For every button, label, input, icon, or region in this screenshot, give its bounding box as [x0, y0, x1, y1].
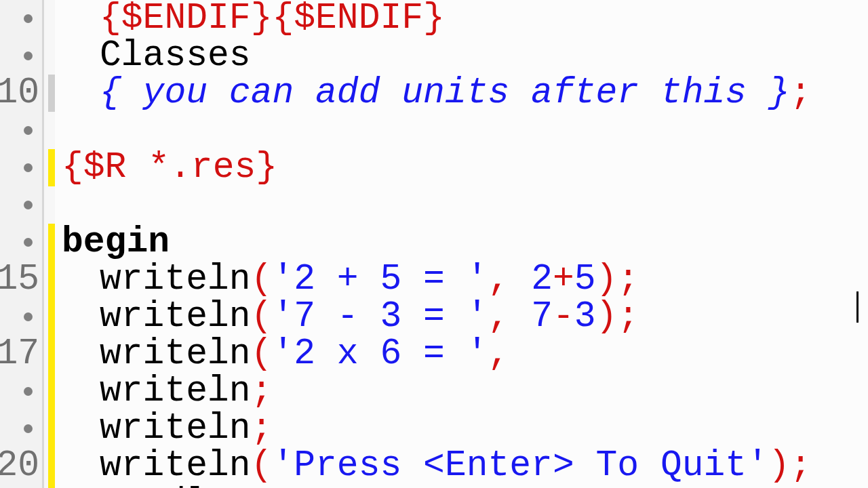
breakpoint-dot-icon	[24, 424, 33, 433]
change-marker-strip	[48, 0, 55, 488]
code-line[interactable]: writeln('Press <Enter> To Quit');	[62, 447, 868, 485]
breakpoint-dot-icon	[24, 126, 33, 135]
code-line[interactable]: writeln;	[62, 373, 868, 410]
code-line[interactable]: writeln('2 + 5 = ', 2+5);	[62, 261, 868, 298]
gutter-row	[0, 410, 42, 447]
code-line[interactable]: begin	[62, 224, 868, 261]
breakpoint-dot-icon	[24, 14, 33, 23]
line-number: 17	[0, 336, 39, 373]
line-number: 10	[0, 75, 39, 112]
gutter-row	[0, 112, 42, 149]
identifier: writeln	[100, 259, 251, 300]
keyword: begin	[62, 222, 170, 262]
symbol: ;	[790, 73, 812, 113]
breakpoint-dot-icon	[24, 201, 33, 209]
directive: {$ENDIF}{$ENDIF}	[100, 0, 445, 39]
identifier: writeln	[100, 296, 251, 337]
string-literal: 'Press <Enter> To Quit'	[272, 445, 768, 486]
string-literal: '2 x 6 = '	[272, 333, 488, 374]
line-number: 15	[0, 261, 39, 298]
identifier: writeln	[100, 408, 251, 449]
breakpoint-dot-icon	[24, 52, 33, 60]
gutter-row	[0, 37, 42, 75]
identifier: readln	[100, 483, 229, 488]
breakpoint-dot-icon	[24, 312, 33, 321]
code-area[interactable]: {$ENDIF}{$ENDIF} Classes { you can add u…	[55, 0, 868, 488]
code-line[interactable]: {$R *.res}	[62, 149, 868, 186]
text-cursor-icon	[856, 291, 859, 323]
comment: { you can add units after this }	[100, 73, 790, 113]
code-line[interactable]: writeln('2 x 6 = ',	[62, 336, 868, 373]
identifier: writeln	[100, 445, 251, 486]
breakpoint-dot-icon	[24, 163, 33, 172]
gutter-row	[0, 298, 42, 336]
operator: -	[553, 296, 574, 337]
code-editor[interactable]: 10 15 17 20 {$ENDIF}{$ENDIF} Classes { y…	[0, 0, 868, 488]
gutter-row	[0, 149, 42, 186]
gutter-row: 17	[0, 336, 42, 373]
identifier: writeln	[100, 333, 251, 374]
code-line[interactable]	[62, 186, 868, 224]
code-line[interactable]	[62, 112, 868, 149]
code-line[interactable]: writeln;	[62, 410, 868, 447]
gutter-row: 20	[0, 447, 42, 485]
breakpoint-dot-icon	[24, 387, 33, 396]
gutter-row	[0, 0, 42, 37]
code-line[interactable]: writeln('7 - 3 = ', 7-3);	[62, 298, 868, 336]
line-number-gutter: 10 15 17 20	[0, 0, 44, 488]
gutter-row	[0, 186, 42, 224]
breakpoint-dot-icon	[24, 238, 33, 247]
code-line[interactable]: {$ENDIF}{$ENDIF}	[62, 0, 868, 37]
code-line[interactable]: Classes	[62, 37, 868, 75]
directive: {$R *.res}	[62, 147, 277, 188]
identifier: Classes	[100, 35, 251, 76]
gutter-row: 15	[0, 261, 42, 298]
string-literal: '2 + 5 = '	[272, 259, 488, 300]
gutter-row	[0, 224, 42, 261]
line-number: 20	[0, 447, 39, 485]
gutter-row	[0, 373, 42, 410]
string-literal: '7 - 3 = '	[272, 296, 488, 337]
operator: +	[553, 259, 574, 300]
identifier: writeln	[100, 371, 251, 411]
code-line[interactable]: { you can add units after this };	[62, 75, 868, 112]
gutter-row: 10	[0, 75, 42, 112]
